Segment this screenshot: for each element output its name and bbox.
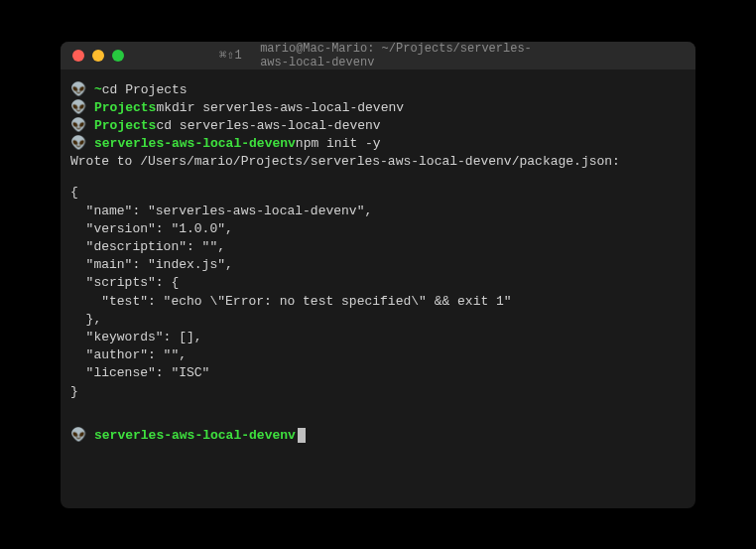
output-line: "author": "", <box>70 346 686 364</box>
alien-icon: 👽 <box>70 135 86 153</box>
output-line: "main": "index.js", <box>70 256 686 274</box>
command-text: npm init -y <box>296 135 381 153</box>
prompt-line: 👽 serverles-aws-local-devenv npm init -y <box>70 135 686 153</box>
minimize-button[interactable] <box>92 50 104 62</box>
titlebar[interactable]: ⌘⇧1 mario@Mac-Mario: ~/Projects/serverle… <box>61 42 695 69</box>
output-line: "name": "serverles-aws-local-devenv", <box>70 203 686 220</box>
command-text: cd serverles-aws-local-devenv <box>156 117 380 135</box>
prompt-path: serverles-aws-local-devenv <box>94 427 296 445</box>
command-text: mkdir serverles-aws-local-devenv <box>156 99 404 117</box>
prompt-line: 👽 Projects mkdir serverles-aws-local-dev… <box>70 99 686 117</box>
alien-icon: 👽 <box>70 99 86 117</box>
traffic-lights <box>72 50 124 62</box>
terminal-window: ⌘⇧1 mario@Mac-Mario: ~/Projects/serverle… <box>61 42 695 508</box>
title-group: ⌘⇧1 mario@Mac-Mario: ~/Projects/serverle… <box>219 42 537 69</box>
blank-line <box>70 414 686 427</box>
active-prompt[interactable]: 👽 serverles-aws-local-devenv <box>70 427 686 445</box>
blank-line <box>70 401 686 414</box>
prompt-line: 👽 Projects cd serverles-aws-local-devenv <box>70 117 686 135</box>
prompt-path: serverles-aws-local-devenv <box>94 135 296 153</box>
output-line: "scripts": { <box>70 274 686 292</box>
maximize-button[interactable] <box>112 50 124 62</box>
output-line: "version": "1.0.0", <box>70 220 686 238</box>
prompt-path: Projects <box>94 117 156 135</box>
window-title: mario@Mac-Mario: ~/Projects/serverles-aw… <box>260 42 537 69</box>
terminal-content[interactable]: 👽 ~ cd Projects 👽 Projects mkdir serverl… <box>61 69 695 508</box>
output-line: Wrote to /Users/mario/Projects/serverles… <box>70 153 686 171</box>
command-text: cd Projects <box>102 81 188 99</box>
prompt-path: Projects <box>94 99 156 117</box>
prompt-line: 👽 ~ cd Projects <box>70 81 686 99</box>
alien-icon: 👽 <box>70 81 86 99</box>
prompt-path: ~ <box>94 81 102 99</box>
output-line: }, <box>70 311 686 329</box>
output-line: "keywords": [], <box>70 329 686 346</box>
blank-line <box>70 171 686 184</box>
cursor <box>298 428 306 443</box>
output-line: "description": "", <box>70 238 686 256</box>
close-button[interactable] <box>72 50 84 62</box>
output-line: "license": "ISC" <box>70 364 686 382</box>
output-line: { <box>70 184 686 202</box>
title-shortcut: ⌘⇧1 <box>219 48 242 63</box>
alien-icon: 👽 <box>70 427 86 445</box>
output-line: "test": "echo \"Error: no test specified… <box>70 293 686 311</box>
output-line: } <box>70 383 686 401</box>
alien-icon: 👽 <box>70 117 86 135</box>
